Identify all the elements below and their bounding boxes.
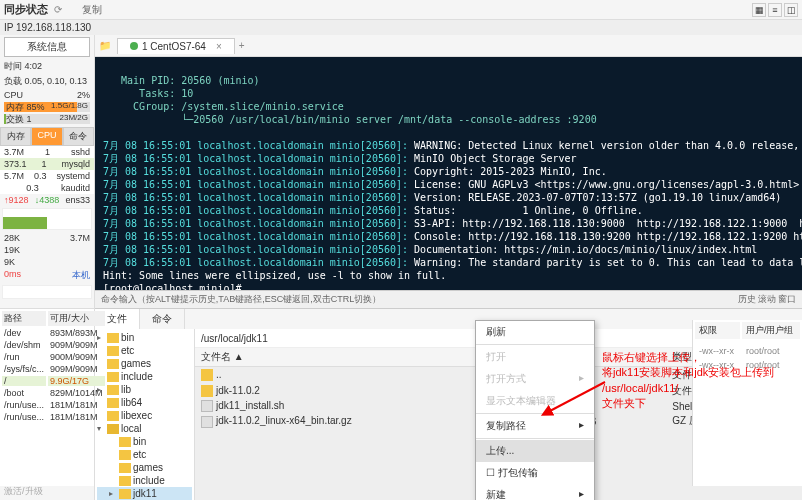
activate-link[interactable]: 激活/升级 — [0, 483, 47, 500]
terminal-footer: 命令输入（按ALT键提示历史,TAB键路径,ESC键返回,双击CTRL切换） 历… — [95, 290, 802, 308]
history-link[interactable]: 历史 — [738, 293, 756, 306]
swap-bar: 交换 123M/2G — [4, 114, 90, 124]
process-list: 3.7M1sshd 373.11mysqld 5.7M0.3systemd 0.… — [0, 146, 94, 194]
ctx-open: 打开 — [476, 346, 594, 368]
fm-tab-cmd[interactable]: 命令 — [140, 309, 185, 329]
close-icon[interactable]: × — [216, 41, 222, 52]
tab-cpu[interactable]: CPU — [31, 127, 62, 146]
layout-icon-2[interactable]: ≡ — [768, 3, 782, 17]
ctx-refresh[interactable]: 刷新 — [476, 321, 594, 343]
ctx-pkgupload[interactable]: ☐ 打包传输 — [476, 462, 594, 484]
stat-load: 负载 0.05, 0.10, 0.13 — [0, 74, 94, 89]
svg-line-0 — [548, 382, 605, 412]
layout-icon-1[interactable]: ▦ — [752, 3, 766, 17]
scroll-link[interactable]: 滚动 — [758, 293, 776, 306]
top-toolbar: 同步状态 ⟳ 复制 ▦ ≡ ◫ — [0, 0, 802, 20]
status-dot-icon — [130, 42, 138, 50]
annotation-text: 鼠标右键选择上传， 将jdk11安装脚本和jdk安装包上传到 /usr/loca… — [602, 350, 774, 412]
copy-link[interactable]: 复制 — [82, 3, 102, 17]
red-arrow-icon — [540, 380, 610, 420]
folder-icon[interactable]: 📁 — [99, 40, 111, 51]
mem-bar: 内存 85%1.5G/1.8G — [4, 102, 90, 112]
window-link[interactable]: 窗口 — [778, 293, 796, 306]
ctx-upload[interactable]: 上传... — [476, 440, 594, 462]
tab-cmd[interactable]: 命令 — [63, 127, 94, 146]
add-tab-icon[interactable]: + — [239, 40, 245, 51]
ip-line: IP 192.168.118.130 — [0, 20, 802, 35]
refresh-icon[interactable]: ⟳ — [54, 4, 62, 15]
system-info-button[interactable]: 系统信息 — [4, 37, 90, 57]
disk-table: 路径可用/大小 /dev893M/893M /dev/shm909M/909M … — [0, 309, 107, 424]
ctx-new[interactable]: 新建▸ — [476, 484, 594, 500]
stat-time: 时间 4:02 — [0, 59, 94, 74]
layout-icon-3[interactable]: ◫ — [784, 3, 798, 17]
folder-tree[interactable]: ▸bin etc games include ▸lib lib64 libexe… — [95, 329, 195, 500]
tab-header: 📁 1 CentOS7-64× + — [95, 35, 802, 57]
tab-mem[interactable]: 内存 — [0, 127, 31, 146]
session-tab[interactable]: 1 CentOS7-64× — [117, 38, 235, 54]
sync-status: 同步状态 — [4, 2, 48, 17]
net-graph — [2, 208, 92, 230]
terminal[interactable]: Main PID: 20560 (minio) Tasks: 10 CGroup… — [95, 57, 802, 290]
